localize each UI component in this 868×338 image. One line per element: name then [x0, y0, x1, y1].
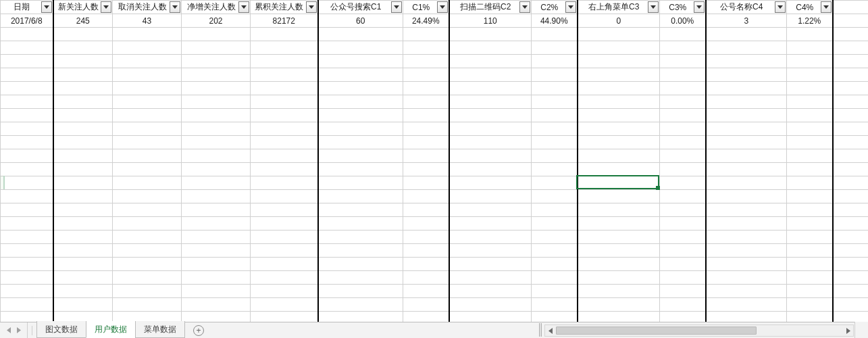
cell[interactable] — [53, 231, 113, 244]
cell[interactable] — [53, 68, 113, 82]
cell[interactable]: 43 — [113, 14, 182, 28]
cell[interactable] — [578, 109, 660, 122]
table-row[interactable] — [1, 312, 869, 322]
cell[interactable] — [578, 244, 660, 258]
cell[interactable] — [578, 176, 660, 190]
cell[interactable] — [251, 28, 318, 41]
column-header-c1[interactable]: 公众号搜索C1 — [318, 1, 403, 14]
table-row[interactable] — [1, 271, 869, 285]
cell[interactable] — [532, 285, 578, 298]
cell[interactable] — [449, 55, 532, 68]
cell[interactable] — [706, 176, 787, 190]
cell[interactable] — [251, 163, 318, 176]
cell[interactable]: 1.22% — [787, 14, 833, 28]
cell[interactable] — [251, 271, 318, 285]
cell[interactable] — [660, 285, 706, 298]
cell[interactable] — [1, 82, 53, 95]
cell[interactable] — [113, 190, 182, 203]
cell[interactable] — [532, 109, 578, 122]
cell[interactable] — [113, 231, 182, 244]
cell[interactable] — [113, 55, 182, 68]
cell[interactable] — [787, 231, 833, 244]
cell[interactable] — [113, 28, 182, 41]
cell[interactable] — [787, 298, 833, 312]
cell[interactable] — [532, 176, 578, 190]
cell[interactable] — [449, 285, 532, 298]
cell[interactable] — [53, 41, 113, 55]
tab-nav-next[interactable] — [14, 324, 23, 337]
table-row[interactable] — [1, 244, 869, 258]
cell[interactable] — [706, 149, 787, 163]
cell[interactable] — [318, 163, 403, 176]
cell[interactable] — [1, 109, 53, 122]
cell[interactable] — [532, 28, 578, 41]
cell[interactable] — [660, 312, 706, 322]
cell[interactable] — [251, 244, 318, 258]
cell[interactable] — [113, 82, 182, 95]
filter-dropdown-button[interactable] — [101, 1, 111, 13]
cell[interactable] — [113, 149, 182, 163]
tab-scroll-splitter[interactable] — [539, 323, 542, 337]
cell[interactable] — [449, 122, 532, 136]
cell[interactable] — [53, 122, 113, 136]
cell[interactable] — [182, 82, 251, 95]
cell[interactable] — [182, 271, 251, 285]
cell[interactable]: 82172 — [251, 14, 318, 28]
cell[interactable] — [318, 258, 403, 271]
cell[interactable] — [113, 298, 182, 312]
filter-dropdown-button[interactable] — [41, 1, 52, 13]
cell[interactable] — [182, 163, 251, 176]
cell[interactable] — [578, 258, 660, 271]
cell[interactable] — [182, 190, 251, 203]
cell[interactable] — [113, 285, 182, 298]
cell[interactable] — [787, 190, 833, 203]
cell[interactable]: 3 — [706, 14, 787, 28]
cell[interactable] — [113, 109, 182, 122]
cell[interactable] — [251, 231, 318, 244]
cell[interactable] — [532, 258, 578, 271]
cell[interactable] — [403, 41, 449, 55]
cell[interactable] — [403, 163, 449, 176]
cell[interactable] — [706, 244, 787, 258]
cell[interactable] — [706, 28, 787, 41]
cell[interactable] — [787, 136, 833, 149]
cell[interactable] — [532, 149, 578, 163]
add-sheet-button[interactable]: + — [189, 322, 208, 338]
cell[interactable] — [1, 41, 53, 55]
cell[interactable] — [449, 68, 532, 82]
cell[interactable] — [113, 271, 182, 285]
cell[interactable] — [660, 190, 706, 203]
cell[interactable] — [403, 55, 449, 68]
cell[interactable] — [706, 231, 787, 244]
cell[interactable] — [1, 203, 53, 217]
cell[interactable] — [251, 176, 318, 190]
column-header-c1p[interactable]: C1% — [403, 1, 449, 14]
cell[interactable] — [53, 312, 113, 322]
cell[interactable] — [449, 190, 532, 203]
column-header-net[interactable]: 净增关注人数 — [182, 1, 251, 14]
cell[interactable] — [787, 55, 833, 68]
filter-dropdown-button[interactable] — [565, 1, 576, 13]
column-header-c4p[interactable]: C4% — [787, 1, 833, 14]
cell[interactable] — [706, 271, 787, 285]
cell[interactable] — [318, 28, 403, 41]
cell[interactable] — [251, 285, 318, 298]
cell[interactable] — [660, 122, 706, 136]
cell[interactable] — [1, 298, 53, 312]
cell[interactable] — [318, 231, 403, 244]
column-header-c3[interactable]: 右上角菜单C3 — [578, 1, 660, 14]
scrollbar-track[interactable] — [556, 325, 842, 336]
cell[interactable] — [532, 136, 578, 149]
cell[interactable] — [113, 41, 182, 55]
cell[interactable] — [1, 271, 53, 285]
cell[interactable] — [578, 163, 660, 176]
cell[interactable] — [182, 95, 251, 109]
cell[interactable] — [182, 109, 251, 122]
cell[interactable] — [578, 231, 660, 244]
cell[interactable] — [53, 190, 113, 203]
cell[interactable] — [251, 312, 318, 322]
table-row[interactable] — [1, 82, 869, 95]
cell[interactable] — [449, 95, 532, 109]
sheet-tab[interactable]: 菜单数据 — [135, 321, 185, 338]
cell[interactable] — [318, 298, 403, 312]
